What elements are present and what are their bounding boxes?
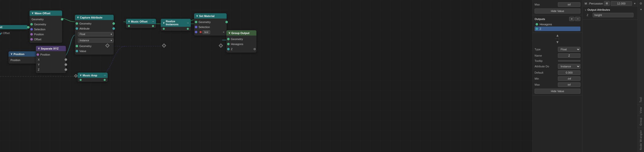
socket-cap-value-in[interactable] (76, 50, 78, 52)
perc-icon[interactable]: ⊞ (604, 1, 610, 6)
position-collapse[interactable]: ∨ (11, 52, 13, 56)
socket-ma-in[interactable] (80, 79, 82, 81)
music-offset-collapse[interactable]: ∨ (128, 20, 130, 23)
max-value[interactable]: inf (558, 2, 580, 7)
socket-mo-in[interactable] (128, 25, 130, 27)
diamond-connector-3 (219, 44, 223, 48)
min-label: Min (535, 77, 558, 80)
socket-mo-out[interactable] (152, 25, 154, 27)
realize-instances-node[interactable]: ∨ Realize Instances ▪▪ (161, 19, 191, 31)
socket-z-out[interactable] (65, 68, 67, 71)
instance-dropdown[interactable]: Instance ▾ (78, 38, 114, 43)
max-row-2: Max inf (535, 82, 580, 88)
name-value[interactable]: Z (558, 53, 580, 58)
socket-sm-geo-out[interactable] (225, 21, 228, 23)
min-value[interactable]: -inf (558, 76, 580, 81)
outputs-header: Outputs + − (535, 17, 580, 21)
collapse-icon[interactable]: ∨ (32, 12, 34, 15)
z-output-item[interactable]: Z (535, 27, 580, 31)
type-dropdown[interactable]: Float Integer Vector Boolean (558, 47, 580, 52)
music-amp-node[interactable]: ∨ Music Amp ▪▪ (78, 73, 108, 82)
set-input-node[interactable]: set (0, 25, 28, 29)
socket-ri-in[interactable] (163, 28, 165, 30)
socket-go-geo-in[interactable] (227, 38, 230, 40)
node-editor[interactable]: ∨ Wave Offset Geometry Geometry Selectio… (0, 0, 532, 152)
cap-attr-instance-dropdown[interactable]: Instance ▾ (75, 37, 114, 44)
sidebar-divider-1 (638, 105, 644, 105)
socket-go-z-in[interactable] (227, 48, 230, 50)
test-indicator (200, 31, 202, 33)
socket-go-z-right[interactable] (254, 48, 256, 50)
name-label: Name (535, 54, 558, 57)
hide-value-btn-bottom[interactable]: Hide Value (535, 89, 580, 94)
max-value-2[interactable]: inf (558, 82, 580, 87)
scroll-up-btn[interactable]: ▲ (556, 33, 559, 37)
socket-cap-attr-in[interactable] (76, 27, 78, 30)
capture-attribute-header: ∨ Capture Attribute (75, 15, 114, 20)
set-material-title: Set Material (199, 15, 215, 18)
hexagons-output-item[interactable]: Hexagons (535, 22, 580, 27)
music-amp-collapse[interactable]: ∨ (80, 74, 82, 77)
socket-y-out[interactable] (65, 63, 67, 66)
scroll-down-btn[interactable]: ▼ (556, 40, 559, 44)
e-offset-socket[interactable] (0, 32, 1, 36)
socket-ri-out[interactable] (187, 28, 189, 30)
node-wrangler-label: Node Wrangler (639, 129, 642, 151)
realize-instances-sockets (163, 28, 189, 30)
socket-position[interactable] (30, 33, 33, 36)
test-close[interactable]: ✕ (223, 31, 225, 34)
music-offset-node[interactable]: ∨ Music Offset ▪▪ (126, 19, 156, 28)
socket-cap-geo-in[interactable] (76, 22, 78, 25)
separate-xyz-node[interactable]: ∨ Separate XYZ Position X Y Z (36, 46, 66, 73)
test-field[interactable]: test (203, 30, 210, 34)
socket-geometry-out[interactable] (61, 18, 63, 21)
tooltip-value[interactable] (558, 60, 580, 62)
group-output-collapse[interactable]: ∨ (228, 31, 230, 35)
socket-ma-out[interactable] (104, 79, 106, 81)
add-output-btn[interactable]: + (569, 17, 575, 21)
separate-xyz-collapse[interactable]: ∨ (38, 47, 40, 50)
type-row: Type Float Integer Vector Boolean (535, 46, 580, 53)
output-attrs-title: Output Attributes (587, 8, 610, 11)
float-dropdown[interactable]: Float ▾ (78, 32, 114, 36)
socket-sm-geo-in[interactable] (195, 21, 197, 23)
socket-sm-sel-in[interactable] (195, 26, 197, 28)
group-output-header: ∨ Group Output (226, 30, 256, 36)
position-node[interactable]: ∨ Position Position (9, 51, 39, 64)
set-material-node[interactable]: ∨ Set Material Geometry Selection test ✕ (194, 13, 227, 36)
default-value[interactable]: 0.000 (558, 70, 580, 75)
socket-cap-geo-out[interactable] (112, 22, 115, 25)
group-output-node[interactable]: ∨ Group Output Geometry Hexagons Z (226, 30, 256, 53)
percussion-value[interactable]: 12.000 (611, 1, 632, 6)
wave-offset-geometry-input: Geometry (30, 22, 62, 27)
min-row: Min -inf (535, 76, 580, 82)
cap-attr-float-dropdown[interactable]: Float ▾ (75, 31, 114, 37)
set-material-collapse[interactable]: ∨ (196, 14, 198, 18)
socket-x-out[interactable] (65, 58, 67, 61)
attribute-do-dropdown[interactable]: Instance Point (558, 64, 580, 69)
socket-cap-geo2-in[interactable] (76, 45, 78, 47)
hide-value-btn-top[interactable]: Hide Value (535, 9, 580, 14)
socket-geometry-in[interactable] (30, 23, 33, 26)
attribute-do-row: Attribute Do Instance Point (535, 63, 580, 70)
socket-go-hex-in[interactable] (227, 43, 230, 45)
wave-offset-node[interactable]: ∨ Wave Offset Geometry Geometry Selectio… (30, 11, 62, 43)
socket-selection[interactable] (30, 28, 33, 31)
socket-offset[interactable] (30, 38, 33, 41)
height-input[interactable]: height (593, 13, 633, 17)
default-row: Default 0.000 (535, 70, 580, 76)
sidebar-icon-2[interactable]: ✦ (638, 7, 643, 12)
hexagons-socket (536, 23, 538, 26)
socket-sm-test-in[interactable] (195, 31, 197, 33)
socket-sep-pos-in[interactable] (37, 53, 39, 56)
remove-output-btn[interactable]: − (575, 17, 580, 21)
socket-set-out[interactable] (27, 26, 30, 29)
capture-attr-collapse[interactable]: ∨ (77, 16, 79, 19)
socket-cap-attr-out[interactable] (112, 27, 115, 30)
wave-offset-header: ∨ Wave Offset (30, 11, 62, 16)
sidebar-icon-1[interactable]: ⚙ (638, 1, 643, 6)
separate-xyz-position-in: Position (36, 52, 66, 57)
perc-expand[interactable]: ▾ (634, 2, 635, 5)
capture-attribute-node[interactable]: ∨ Capture Attribute Geometry Attribute F… (75, 15, 114, 55)
realize-instances-collapse[interactable]: ∨ (163, 21, 165, 25)
